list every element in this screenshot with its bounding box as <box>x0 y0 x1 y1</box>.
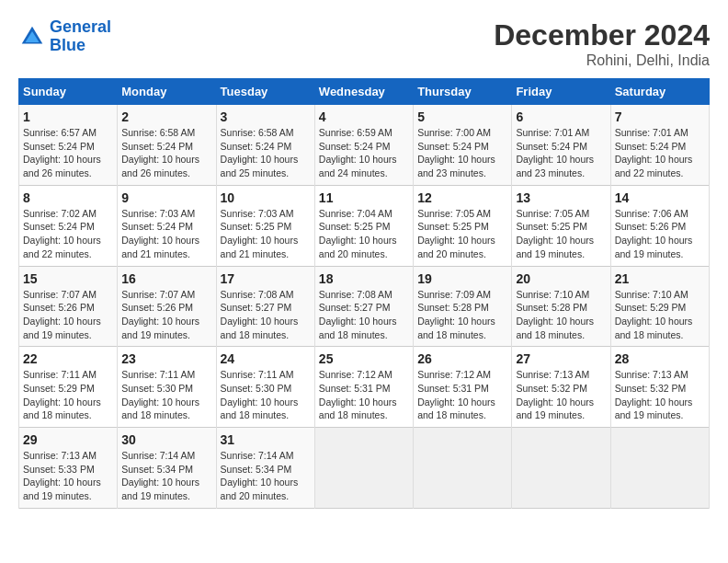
day-number: 30 <box>121 432 211 447</box>
day-info: Sunrise: 7:03 AM Sunset: 5:25 PM Dayligh… <box>221 207 311 261</box>
calendar-cell: 25Sunrise: 7:12 AM Sunset: 5:31 PM Dayli… <box>314 347 413 428</box>
day-info: Sunrise: 6:59 AM Sunset: 5:24 PM Dayligh… <box>319 126 409 180</box>
calendar-cell: 12Sunrise: 7:05 AM Sunset: 5:25 PM Dayli… <box>414 185 512 266</box>
day-number: 23 <box>121 351 211 366</box>
header-row: SundayMondayTuesdayWednesdayThursdayFrid… <box>19 79 710 105</box>
day-info: Sunrise: 7:00 AM Sunset: 5:24 PM Dayligh… <box>417 126 507 180</box>
day-number: 5 <box>417 109 507 124</box>
day-number: 3 <box>221 109 311 124</box>
calendar-cell: 22Sunrise: 7:11 AM Sunset: 5:29 PM Dayli… <box>19 347 118 428</box>
page-header: General Blue December 2024 Rohini, Delhi… <box>18 18 710 69</box>
calendar-cell: 3Sunrise: 6:58 AM Sunset: 5:24 PM Daylig… <box>216 105 314 186</box>
day-number: 4 <box>319 109 409 124</box>
day-number: 17 <box>221 271 311 286</box>
header-day: Sunday <box>19 79 118 105</box>
calendar-table: SundayMondayTuesdayWednesdayThursdayFrid… <box>18 78 710 509</box>
day-number: 11 <box>319 190 409 205</box>
day-info: Sunrise: 7:14 AM Sunset: 5:34 PM Dayligh… <box>121 449 211 503</box>
day-info: Sunrise: 6:58 AM Sunset: 5:24 PM Dayligh… <box>221 126 311 180</box>
day-info: Sunrise: 7:12 AM Sunset: 5:31 PM Dayligh… <box>319 368 409 422</box>
day-number: 20 <box>516 271 606 286</box>
title-section: December 2024 Rohini, Delhi, India <box>494 18 710 69</box>
day-info: Sunrise: 7:08 AM Sunset: 5:27 PM Dayligh… <box>319 288 409 342</box>
day-info: Sunrise: 7:07 AM Sunset: 5:26 PM Dayligh… <box>23 288 113 342</box>
day-number: 15 <box>23 271 113 286</box>
day-number: 29 <box>23 432 113 447</box>
day-number: 27 <box>516 351 606 366</box>
month-title: December 2024 <box>494 18 710 52</box>
day-number: 18 <box>319 271 409 286</box>
day-info: Sunrise: 7:01 AM Sunset: 5:24 PM Dayligh… <box>615 126 705 180</box>
calendar-cell: 9Sunrise: 7:03 AM Sunset: 5:24 PM Daylig… <box>118 185 216 266</box>
day-info: Sunrise: 7:11 AM Sunset: 5:30 PM Dayligh… <box>121 368 211 422</box>
day-info: Sunrise: 7:06 AM Sunset: 5:26 PM Dayligh… <box>615 207 705 261</box>
day-number: 21 <box>615 271 705 286</box>
calendar-cell: 4Sunrise: 6:59 AM Sunset: 5:24 PM Daylig… <box>314 105 413 186</box>
header-day: Monday <box>118 79 216 105</box>
calendar-cell: 27Sunrise: 7:13 AM Sunset: 5:32 PM Dayli… <box>512 347 610 428</box>
header-day: Tuesday <box>216 79 314 105</box>
calendar-cell: 28Sunrise: 7:13 AM Sunset: 5:32 PM Dayli… <box>610 347 709 428</box>
calendar-cell: 13Sunrise: 7:05 AM Sunset: 5:25 PM Dayli… <box>512 185 610 266</box>
calendar-week-row: 15Sunrise: 7:07 AM Sunset: 5:26 PM Dayli… <box>19 266 710 347</box>
day-info: Sunrise: 7:12 AM Sunset: 5:31 PM Dayligh… <box>417 368 507 422</box>
header-day: Wednesday <box>314 79 413 105</box>
day-number: 14 <box>615 190 705 205</box>
calendar-cell: 18Sunrise: 7:08 AM Sunset: 5:27 PM Dayli… <box>314 266 413 347</box>
day-number: 31 <box>221 432 311 447</box>
location: Rohini, Delhi, India <box>494 52 710 69</box>
calendar-week-row: 1Sunrise: 6:57 AM Sunset: 5:24 PM Daylig… <box>19 105 710 186</box>
day-info: Sunrise: 7:14 AM Sunset: 5:34 PM Dayligh… <box>221 449 311 503</box>
day-info: Sunrise: 7:05 AM Sunset: 5:25 PM Dayligh… <box>516 207 606 261</box>
calendar-cell: 23Sunrise: 7:11 AM Sunset: 5:30 PM Dayli… <box>118 347 216 428</box>
calendar-cell: 24Sunrise: 7:11 AM Sunset: 5:30 PM Dayli… <box>216 347 314 428</box>
day-number: 8 <box>23 190 113 205</box>
day-info: Sunrise: 7:07 AM Sunset: 5:26 PM Dayligh… <box>121 288 211 342</box>
calendar-cell <box>414 428 512 509</box>
calendar-week-row: 29Sunrise: 7:13 AM Sunset: 5:33 PM Dayli… <box>19 428 710 509</box>
calendar-cell: 19Sunrise: 7:09 AM Sunset: 5:28 PM Dayli… <box>414 266 512 347</box>
day-info: Sunrise: 7:13 AM Sunset: 5:32 PM Dayligh… <box>615 368 705 422</box>
calendar-cell <box>610 428 709 509</box>
calendar-cell: 16Sunrise: 7:07 AM Sunset: 5:26 PM Dayli… <box>118 266 216 347</box>
header-day: Thursday <box>414 79 512 105</box>
day-number: 1 <box>23 109 113 124</box>
calendar-cell: 30Sunrise: 7:14 AM Sunset: 5:34 PM Dayli… <box>118 428 216 509</box>
day-number: 6 <box>516 109 606 124</box>
calendar-week-row: 22Sunrise: 7:11 AM Sunset: 5:29 PM Dayli… <box>19 347 710 428</box>
calendar-cell: 2Sunrise: 6:58 AM Sunset: 5:24 PM Daylig… <box>118 105 216 186</box>
day-info: Sunrise: 7:11 AM Sunset: 5:29 PM Dayligh… <box>23 368 113 422</box>
calendar-cell: 1Sunrise: 6:57 AM Sunset: 5:24 PM Daylig… <box>19 105 118 186</box>
day-number: 28 <box>615 351 705 366</box>
calendar-cell: 14Sunrise: 7:06 AM Sunset: 5:26 PM Dayli… <box>610 185 709 266</box>
calendar-cell: 29Sunrise: 7:13 AM Sunset: 5:33 PM Dayli… <box>19 428 118 509</box>
calendar-cell: 5Sunrise: 7:00 AM Sunset: 5:24 PM Daylig… <box>414 105 512 186</box>
calendar-cell: 6Sunrise: 7:01 AM Sunset: 5:24 PM Daylig… <box>512 105 610 186</box>
calendar-cell: 26Sunrise: 7:12 AM Sunset: 5:31 PM Dayli… <box>414 347 512 428</box>
day-info: Sunrise: 7:10 AM Sunset: 5:29 PM Dayligh… <box>615 288 705 342</box>
day-info: Sunrise: 7:10 AM Sunset: 5:28 PM Dayligh… <box>516 288 606 342</box>
day-info: Sunrise: 7:13 AM Sunset: 5:33 PM Dayligh… <box>23 449 113 503</box>
day-number: 16 <box>121 271 211 286</box>
calendar-cell: 11Sunrise: 7:04 AM Sunset: 5:25 PM Dayli… <box>314 185 413 266</box>
day-info: Sunrise: 7:09 AM Sunset: 5:28 PM Dayligh… <box>417 288 507 342</box>
calendar-week-row: 8Sunrise: 7:02 AM Sunset: 5:24 PM Daylig… <box>19 185 710 266</box>
day-info: Sunrise: 7:01 AM Sunset: 5:24 PM Dayligh… <box>516 126 606 180</box>
day-number: 26 <box>417 351 507 366</box>
day-number: 25 <box>319 351 409 366</box>
calendar-cell: 31Sunrise: 7:14 AM Sunset: 5:34 PM Dayli… <box>216 428 314 509</box>
day-number: 13 <box>516 190 606 205</box>
header-day: Saturday <box>610 79 709 105</box>
logo-text: General Blue <box>50 18 111 55</box>
day-number: 24 <box>221 351 311 366</box>
day-info: Sunrise: 7:03 AM Sunset: 5:24 PM Dayligh… <box>121 207 211 261</box>
calendar-cell <box>314 428 413 509</box>
day-number: 2 <box>121 109 211 124</box>
day-info: Sunrise: 7:13 AM Sunset: 5:32 PM Dayligh… <box>516 368 606 422</box>
day-info: Sunrise: 7:04 AM Sunset: 5:25 PM Dayligh… <box>319 207 409 261</box>
calendar-cell: 10Sunrise: 7:03 AM Sunset: 5:25 PM Dayli… <box>216 185 314 266</box>
day-info: Sunrise: 6:57 AM Sunset: 5:24 PM Dayligh… <box>23 126 113 180</box>
day-info: Sunrise: 7:08 AM Sunset: 5:27 PM Dayligh… <box>221 288 311 342</box>
calendar-cell: 17Sunrise: 7:08 AM Sunset: 5:27 PM Dayli… <box>216 266 314 347</box>
logo: General Blue <box>18 18 111 55</box>
